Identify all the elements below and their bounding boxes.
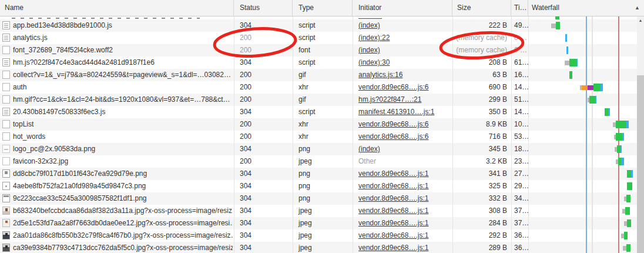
initiator-link[interactable]: vendor.8d9ec68….js:1 [358, 205, 452, 217]
initiator-link[interactable]: (index) [358, 19, 452, 32]
image-thumbnail-portrait-red [2, 219, 10, 227]
initiator-link[interactable]: (index) [358, 44, 452, 56]
size-cell: 350 B [452, 106, 511, 118]
request-name-cell: favicon-32x32.jpg [0, 155, 233, 168]
column-header-type[interactable]: Type [293, 0, 353, 16]
waterfall-cell[interactable] [528, 19, 637, 32]
type-cell: font [293, 44, 353, 56]
initiator-cell: hm.js?022f847…:21 [353, 94, 452, 106]
waterfall-bar-wait [593, 84, 601, 91]
waterfall-bar-stalled [551, 24, 556, 28]
type-cell: xhr [293, 131, 353, 143]
column-header-initiator[interactable]: Initiator [353, 0, 452, 16]
request-name-label: 9c223ccae33c5245a3009857582f1df1.png [13, 192, 233, 205]
status-cell: 304 [234, 229, 293, 242]
network-request-row[interactable]: font_372689_784f52l4cke.woff2200font(ind… [0, 44, 637, 56]
type-cell: xhr [293, 81, 353, 94]
waterfall-cell[interactable] [528, 94, 637, 106]
waterfall-cell[interactable] [528, 217, 637, 229]
scrollbar-thumb[interactable] [637, 75, 644, 253]
scrollbar-up-button[interactable]: ▲ [637, 16, 644, 25]
size-cell: 289 B [452, 242, 511, 253]
request-name-cell: hm.gif?cc=1&ck=1&cl=24-bit&ds=1920x1080&… [0, 94, 233, 106]
waterfall-bar-wait [627, 182, 632, 190]
initiator-link[interactable]: (index) [358, 143, 452, 155]
waterfall-bar-ssl [588, 85, 593, 90]
network-request-row[interactable]: dd8cbc79f017d1b01f643c7ea929d79e.png304p… [0, 168, 637, 180]
network-request-row[interactable]: 20.430b81497c50833f6ec3.js304scriptmanif… [0, 106, 637, 118]
network-request-row[interactable]: app.bed13e4d38d8bde91000.js304script(ind… [0, 19, 637, 32]
network-request-row[interactable]: ca39e9384b7793c4713dcc762da5f5c0.jpg?x-o… [0, 242, 637, 253]
initiator-link[interactable]: hm.js?022f847…:21 [358, 94, 452, 106]
initiator-link[interactable]: analytics.js:16 [358, 69, 452, 81]
waterfall-cell[interactable] [528, 32, 637, 44]
dcl-event-line [586, 16, 587, 253]
initiator-link[interactable]: vendor.8d9ec68….js:6 [358, 118, 452, 131]
size-cell: 63 B [452, 69, 511, 81]
waterfall-bar-download [565, 34, 567, 42]
network-request-row[interactable]: analytics.js200script(index):22(memory c… [0, 32, 637, 44]
waterfall-cell[interactable] [528, 56, 637, 69]
initiator-link[interactable]: vendor.8d9ec68….js:1 [358, 168, 452, 180]
size-cell: 716 B [452, 131, 511, 143]
column-header-waterfall[interactable]: Waterfall [528, 0, 644, 16]
initiator-link[interactable]: vendor.8d9ec68….js:1 [358, 192, 452, 205]
column-header-status[interactable]: Status [234, 0, 293, 16]
initiator-link[interactable]: vendor.8d9ec68….js:1 [358, 229, 452, 242]
network-request-row[interactable]: 2aa01da86c8fb550b32c79f8ca4f67b0.jpg?x-o… [0, 229, 637, 242]
waterfall-cell[interactable] [528, 242, 637, 253]
type-cell: xhr [293, 118, 353, 131]
network-request-row[interactable]: b683240befccbdcaa86da8f382d3a11a.jpg?x-o… [0, 205, 637, 217]
waterfall-cell[interactable] [528, 106, 637, 118]
column-header-name[interactable]: Name [0, 0, 234, 16]
column-header-size[interactable]: Size [452, 0, 511, 16]
initiator-cell: (index):22 [353, 32, 452, 44]
waterfall-bar-download [622, 133, 624, 141]
network-request-row[interactable]: auth200xhrvendor.8d9ec68….js:6690 B14… [0, 81, 637, 94]
request-name-cell: auth [0, 81, 233, 94]
network-request-row[interactable]: hm.js?022f847c4e3acd44d4a2481d9187f1e630… [0, 56, 637, 69]
status-cell: 200 [234, 118, 293, 131]
waterfall-cell[interactable] [528, 168, 637, 180]
network-request-row[interactable]: hot_words200xhrvendor.8d9ec68….js:6716 B… [0, 131, 637, 143]
waterfall-cell[interactable] [528, 192, 637, 205]
column-header-time[interactable]: Ti… [511, 0, 528, 16]
initiator-link[interactable]: vendor.8d9ec68….js:1 [358, 180, 452, 192]
status-cell: 200 [234, 94, 293, 106]
initiator-link[interactable]: manifest.4613910….js:1 [358, 106, 452, 118]
initiator-link[interactable]: vendor.8d9ec68….js:6 [358, 131, 452, 143]
waterfall-cell[interactable] [528, 205, 637, 217]
network-request-row[interactable]: 4aebe8fb752fa21a0fd989a45d9847c3.png304p… [0, 180, 637, 192]
network-request-row[interactable]: collect?v=1&_v=j79&a=802424559&t=pagevie… [0, 69, 637, 81]
network-request-row[interactable]: 9c223ccae33c5245a3009857582f1df1.png304p… [0, 192, 637, 205]
status-cell: 304 [234, 143, 293, 155]
request-name-cell: 9c223ccae33c5245a3009857582f1df1.png [0, 192, 233, 205]
network-request-row[interactable]: topList200xhrvendor.8d9ec68….js:68.9 KB1… [0, 118, 637, 131]
status-cell: 304 [234, 180, 293, 192]
initiator-link[interactable]: (index):22 [358, 32, 452, 44]
initiator-link[interactable]: vendor.8d9ec68….js:6 [358, 81, 452, 94]
initiator-link[interactable]: vendor.8d9ec68….js:1 [358, 242, 452, 253]
waterfall-cell[interactable] [528, 69, 637, 81]
network-request-row[interactable]: hm.gif?cc=1&ck=1&cl=24-bit&ds=1920x1080&… [0, 94, 637, 106]
document-icon [2, 71, 10, 79]
network-request-row[interactable]: favicon-32x32.jpg200jpegOther3.2 KB23… [0, 155, 637, 168]
type-cell: png [293, 192, 353, 205]
initiator-link[interactable]: vendor.8d9ec68….js:1 [358, 217, 452, 229]
waterfall-bar-wait [569, 59, 576, 66]
initiator-link[interactable]: (index):30 [358, 56, 452, 69]
image-thumbnail-portrait-dark [2, 231, 10, 239]
size-cell: (memory cache) [452, 32, 511, 44]
type-cell: png [293, 143, 353, 155]
network-request-row[interactable]: 2d5e1c53fd7aa2a8f7663db0dae0ee12.jpg?x-o… [0, 217, 637, 229]
waterfall-bar-wait [589, 96, 595, 104]
scrollbar[interactable]: ▲ [637, 16, 644, 253]
waterfall-cell[interactable] [528, 180, 637, 192]
network-table-header: Name Status Type Initiator Size Ti… Wate… [0, 0, 644, 16]
clipped-initiator-link [358, 18, 382, 19]
network-request-row[interactable]: logo_pc@2x.90583da.png304png(index)345 B… [0, 143, 637, 155]
size-cell: 299 B [452, 94, 511, 106]
waterfall-cell[interactable] [528, 44, 637, 56]
request-name-cell: 2aa01da86c8fb550b32c79f8ca4f67b0.jpg?x-o… [0, 229, 233, 242]
request-name-label: collect?v=1&_v=j79&a=802424559&t=pagevie… [13, 69, 233, 81]
